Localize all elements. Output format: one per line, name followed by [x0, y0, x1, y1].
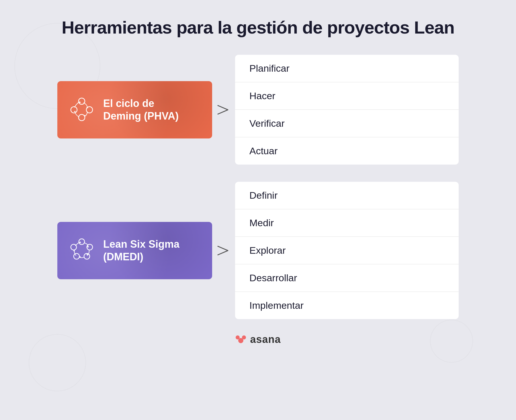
items-box-phva: Planificar Hacer Verificar Actuar — [235, 55, 459, 165]
arrow-dmedi — [212, 222, 235, 279]
tool-label-line1-dmedi: Lean Six Sigma — [103, 238, 179, 250]
svg-point-8 — [79, 239, 85, 245]
svg-point-0 — [79, 98, 85, 104]
svg-point-19 — [236, 335, 240, 339]
tool-row-phva: El ciclo de Deming (PHVA) Planificar Hac… — [57, 55, 459, 165]
svg-point-20 — [242, 335, 246, 339]
svg-point-11 — [74, 253, 79, 259]
asana-logo: asana — [235, 333, 281, 345]
tool-card-phva: El ciclo de Deming (PHVA) — [57, 81, 212, 138]
cycle-icon-phva — [69, 97, 95, 123]
asana-logomark — [235, 334, 247, 345]
item-explorar: Explorar — [235, 237, 459, 264]
item-implementar: Implementar — [235, 292, 459, 319]
item-verificar: Verificar — [235, 110, 459, 137]
arrow-icon-dmedi — [216, 242, 231, 259]
content-area: El ciclo de Deming (PHVA) Planificar Hac… — [57, 55, 459, 319]
bg-decoration-2 — [29, 334, 86, 391]
items-box-dmedi: Definir Medir Explorar Desarrollar Imple… — [235, 182, 459, 319]
svg-point-3 — [71, 107, 77, 113]
item-planificar: Planificar — [235, 55, 459, 82]
page-title: Herramientas para la gestión de proyecto… — [62, 17, 454, 38]
tool-row-dmedi: Lean Six Sigma (DMEDI) Definir Medir Exp… — [57, 182, 459, 319]
tool-card-dmedi: Lean Six Sigma (DMEDI) — [57, 222, 212, 279]
tool-label-dmedi: Lean Six Sigma (DMEDI) — [103, 238, 179, 263]
item-definir: Definir — [235, 182, 459, 209]
svg-marker-6 — [74, 111, 76, 112]
tool-label-line2-dmedi: (DMEDI) — [103, 251, 179, 263]
item-hacer: Hacer — [235, 82, 459, 110]
item-actuar: Actuar — [235, 137, 459, 165]
tool-label-line1-phva: El ciclo de — [103, 97, 179, 110]
item-desarrollar: Desarrollar — [235, 264, 459, 292]
arrow-icon-phva — [216, 101, 231, 118]
tool-label-line2-phva: Deming (PHVA) — [103, 110, 179, 122]
asana-logo-text: asana — [250, 333, 281, 345]
tool-label-phva: El ciclo de Deming (PHVA) — [103, 97, 179, 122]
cycle-icon-dmedi — [69, 238, 95, 263]
arrow-phva — [212, 81, 235, 138]
bg-decoration-3 — [430, 320, 473, 363]
item-medir: Medir — [235, 209, 459, 237]
